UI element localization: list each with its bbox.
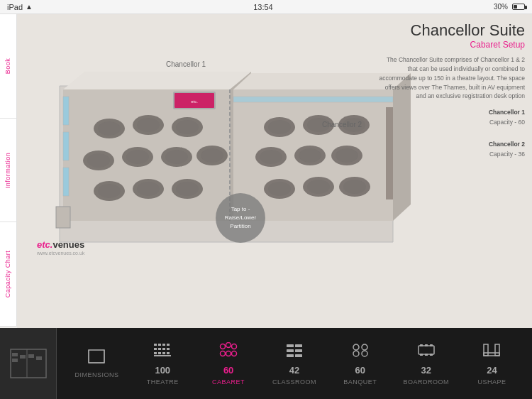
- svg-rect-9: [63, 132, 69, 160]
- device-label: iPad: [7, 3, 23, 11]
- banquet-count: 60: [355, 365, 365, 376]
- classroom-label: CLASSROOM: [272, 378, 316, 386]
- sidebar-information-button[interactable]: Information: [0, 119, 17, 223]
- sidebar-information-label: Information: [5, 152, 12, 188]
- svg-rect-104: [495, 344, 499, 356]
- svg-rect-101: [425, 354, 428, 356]
- svg-point-37: [268, 120, 291, 134]
- sidebar-capacity-chart-button[interactable]: Capacity Chart: [0, 222, 17, 327]
- svg-point-83: [221, 351, 226, 356]
- classroom-icon: [285, 342, 304, 362]
- info-panel: Chancellor Suite Cabaret Setup The Chanc…: [376, 21, 525, 160]
- svg-point-95: [362, 351, 367, 356]
- svg-point-84: [226, 351, 231, 356]
- tap-raise-lower-button[interactable]: Tap to - Raise/Lower Partition: [216, 193, 265, 243]
- svg-point-43: [260, 150, 282, 164]
- svg-rect-96: [419, 346, 434, 354]
- svg-rect-76: [158, 352, 161, 354]
- svg-rect-77: [162, 352, 165, 354]
- cabaret-label: CABARET: [212, 378, 245, 386]
- svg-rect-91: [295, 354, 302, 357]
- chancellor1-label: Chancellor 1: [166, 60, 206, 68]
- svg-point-93: [362, 344, 367, 350]
- svg-rect-102: [430, 354, 433, 356]
- svg-marker-3: [63, 72, 251, 89]
- svg-rect-73: [162, 348, 165, 350]
- svg-rect-60: [20, 355, 26, 359]
- bottom-toolbar: DIMENSIONS: [0, 328, 532, 399]
- svg-rect-61: [28, 354, 34, 358]
- banquet-label: BANQUET: [343, 378, 377, 386]
- toolbar-dimensions[interactable]: DIMENSIONS: [72, 349, 121, 378]
- banquet-icon: [351, 342, 370, 362]
- toolbar-theatre[interactable]: 100 THEATRE: [138, 342, 187, 386]
- floorplan-thumb-icon: [7, 346, 50, 381]
- floorplan-thumbnail[interactable]: [0, 328, 57, 399]
- cabaret-icon: [219, 342, 238, 362]
- svg-point-45: [299, 148, 321, 163]
- svg-point-92: [353, 344, 359, 350]
- svg-rect-79: [154, 355, 171, 356]
- svg-rect-98: [425, 344, 428, 346]
- toolbar-ushape[interactable]: 24 USHAPE: [467, 342, 516, 386]
- toolbar-cabaret[interactable]: 60 CABARET: [204, 342, 253, 386]
- classroom-count: 42: [289, 365, 299, 376]
- toolbar-items: DIMENSIONS: [57, 342, 532, 386]
- svg-point-16: [137, 118, 160, 132]
- theatre-label: THEATRE: [147, 378, 179, 386]
- ushape-icon: [482, 342, 501, 362]
- chancellor2-label: Chancellor 2: [322, 121, 362, 129]
- cabaret-count: 60: [223, 365, 233, 376]
- svg-point-49: [268, 182, 291, 196]
- capacity-chancellor2: Chancellor 2 Capacity - 36: [376, 140, 525, 159]
- svg-point-51: [307, 180, 330, 194]
- sidebar-capacity-label: Capacity Chart: [5, 251, 12, 298]
- svg-rect-71: [154, 348, 157, 350]
- svg-point-47: [336, 148, 358, 163]
- svg-point-28: [98, 184, 121, 198]
- svg-rect-10: [63, 168, 69, 196]
- ushape-count: 24: [487, 365, 497, 376]
- svg-rect-105: [484, 353, 499, 356]
- boardroom-icon: [417, 342, 436, 362]
- main-area: etc.: [17, 14, 532, 328]
- svg-rect-69: [162, 344, 165, 346]
- svg-point-18: [176, 120, 199, 134]
- toolbar-banquet[interactable]: 60 BANQUET: [336, 342, 385, 386]
- toolbar-boardroom[interactable]: 32 BOARDROOM: [401, 342, 451, 386]
- left-sidebar: Book Information Capacity Chart: [0, 14, 17, 327]
- toolbar-classroom[interactable]: 42 CLASSROOM: [270, 342, 319, 386]
- svg-text:etc.: etc.: [191, 99, 198, 104]
- svg-point-53: [343, 180, 366, 194]
- room-description: The Chancellor Suite comprises of Chance…: [376, 55, 525, 101]
- svg-rect-67: [154, 344, 157, 346]
- ushape-label: USHAPE: [477, 378, 506, 386]
- svg-rect-72: [158, 348, 161, 350]
- capacity-chancellor1: Chancellor 1 Capacity - 60: [376, 108, 525, 127]
- sidebar-book-button[interactable]: Book: [0, 14, 17, 119]
- status-bar: iPad ▲ 13:54 30%: [0, 0, 532, 14]
- svg-rect-55: [56, 207, 70, 228]
- svg-point-26: [201, 148, 223, 163]
- svg-point-20: [87, 153, 110, 168]
- svg-rect-75: [154, 352, 157, 354]
- svg-point-22: [126, 150, 149, 164]
- status-left: iPad ▲: [7, 3, 33, 11]
- svg-rect-100: [420, 354, 423, 356]
- boardroom-count: 32: [421, 365, 431, 376]
- boardroom-label: BOARDROOM: [403, 378, 449, 386]
- svg-rect-86: [287, 344, 294, 347]
- svg-rect-87: [295, 344, 302, 347]
- svg-point-30: [137, 182, 160, 196]
- dimensions-icon: [87, 349, 106, 368]
- logo-area: etc.venues www.etcvenues.co.uk: [37, 238, 84, 256]
- logo-venues: venues: [52, 239, 84, 250]
- svg-rect-59: [12, 359, 18, 362]
- svg-rect-90: [287, 354, 294, 357]
- svg-rect-68: [158, 344, 161, 346]
- theatre-icon: [153, 342, 172, 362]
- sidebar-book-label: Book: [4, 58, 11, 75]
- svg-point-94: [353, 351, 359, 356]
- svg-point-32: [176, 182, 199, 196]
- svg-point-14: [98, 121, 121, 136]
